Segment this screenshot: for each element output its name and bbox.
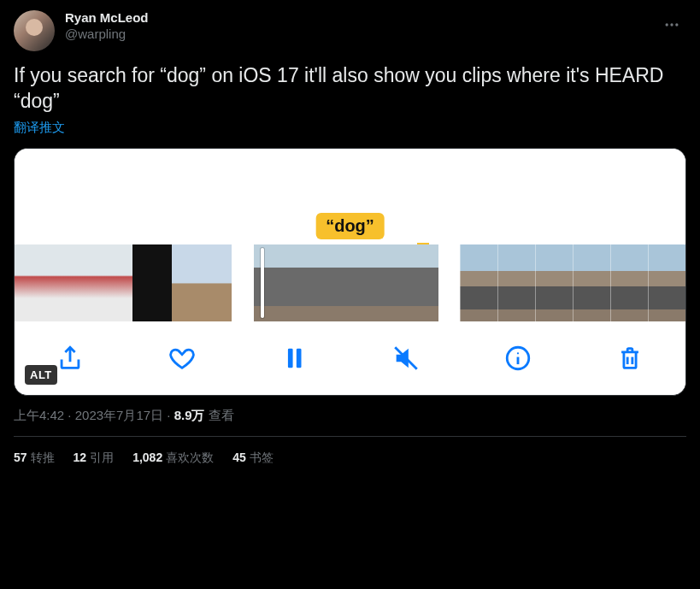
clip-thumbnail[interactable] [54, 244, 93, 321]
display-name: Ryan McLeod [65, 10, 149, 27]
stat-bookmarks[interactable]: 45书签 [232, 451, 274, 466]
views-label: 查看 [205, 408, 234, 422]
alt-badge[interactable]: ALT [25, 365, 57, 385]
clip-gap [232, 244, 254, 321]
svg-rect-3 [288, 348, 293, 368]
info-button[interactable] [499, 339, 537, 377]
mute-button[interactable] [387, 339, 425, 377]
stat-label: 引用 [90, 451, 114, 464]
stat-label: 书签 [250, 451, 274, 464]
stat-likes[interactable]: 1,082喜欢次数 [132, 451, 214, 466]
svg-point-1 [670, 23, 673, 26]
more-button[interactable] [657, 10, 686, 39]
tweet-meta[interactable]: 上午4:42 · 2023年7月17日 · 8.9万 查看 [14, 408, 686, 424]
views-count: 8.9万 [174, 408, 205, 422]
trash-icon [615, 344, 644, 373]
author-names[interactable]: Ryan McLeod @warpling [65, 10, 149, 43]
timestamp: 上午4:42 [14, 408, 64, 422]
translate-link[interactable]: 翻译推文 [14, 120, 65, 136]
clip-thumbnail[interactable] [346, 244, 392, 321]
info-icon [503, 344, 532, 373]
clip-thumbnail[interactable] [300, 244, 346, 321]
clip-group-1 [15, 244, 232, 321]
clip-thumbnail[interactable] [254, 244, 300, 321]
pause-icon [279, 344, 309, 373]
svg-rect-4 [297, 348, 302, 368]
tweet-header: Ryan McLeod @warpling [14, 10, 686, 51]
clip-group-3 [460, 244, 685, 321]
clip-group-2 [254, 244, 438, 321]
clip-thumbnail[interactable] [610, 244, 648, 321]
stat-retweets[interactable]: 57转推 [14, 451, 55, 466]
svg-point-8 [517, 352, 519, 354]
clip-gap [438, 244, 461, 321]
svg-point-0 [666, 23, 668, 26]
stat-label: 喜欢次数 [166, 451, 214, 464]
share-button[interactable] [51, 339, 89, 377]
clip-thumbnail[interactable] [460, 244, 497, 321]
username: @warpling [65, 27, 149, 43]
clip-thumbnail[interactable] [497, 244, 535, 321]
sep: · [163, 408, 174, 422]
media-header-area: “dog” [15, 149, 685, 244]
media-toolbar [15, 321, 685, 395]
video-timeline[interactable] [15, 244, 685, 321]
avatar[interactable] [14, 10, 55, 51]
clip-thumbnail[interactable] [93, 244, 132, 321]
clip-thumbnail[interactable] [535, 244, 573, 321]
stat-num: 45 [232, 451, 246, 464]
clip-thumbnail[interactable] [573, 244, 610, 321]
clip-thumbnail[interactable] [648, 244, 685, 321]
clip-thumbnail[interactable] [132, 244, 172, 321]
delete-button[interactable] [611, 339, 649, 377]
svg-point-2 [675, 23, 678, 26]
clip-thumbnail[interactable] [211, 244, 232, 321]
caption-bubble: “dog” [315, 213, 385, 239]
clip-thumbnail[interactable] [172, 244, 211, 321]
stat-num: 1,082 [132, 451, 162, 464]
sep: · [64, 408, 75, 422]
share-icon [56, 344, 85, 373]
stat-quotes[interactable]: 12引用 [74, 451, 115, 466]
attached-media[interactable]: “dog” [14, 148, 686, 396]
tweet-container: Ryan McLeod @warpling If you search for … [0, 0, 700, 466]
tweet-stats: 57转推 12引用 1,082喜欢次数 45书签 [14, 437, 686, 466]
stat-label: 转推 [31, 451, 55, 464]
heart-icon [168, 344, 197, 373]
stat-num: 12 [74, 451, 87, 464]
clip-thumbnail[interactable] [392, 244, 438, 321]
date: 2023年7月17日 [75, 408, 163, 422]
tweet-text: If you search for “dog” on iOS 17 it'll … [14, 63, 686, 115]
stat-num: 57 [14, 451, 27, 464]
more-icon [663, 16, 680, 33]
pause-button[interactable] [275, 339, 313, 377]
speaker-muted-icon [391, 344, 421, 373]
like-button[interactable] [163, 339, 201, 377]
clip-thumbnail[interactable] [15, 244, 54, 321]
